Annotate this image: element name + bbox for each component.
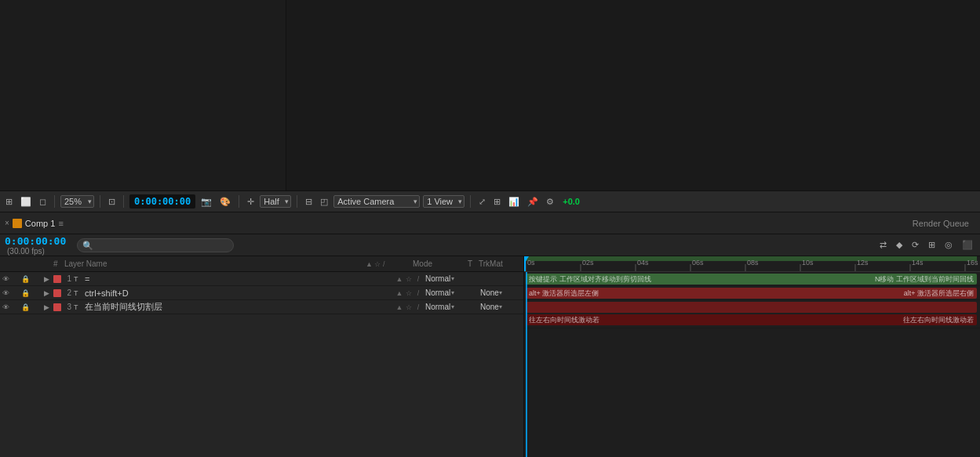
- layer-3-shy[interactable]: [30, 300, 41, 314]
- layer-3-lock[interactable]: 🔒: [20, 300, 30, 314]
- layer-3-mode-dropdown[interactable]: Normal ▾: [425, 303, 471, 311]
- playhead-head: [524, 256, 529, 263]
- expand-view-button[interactable]: ⤢: [476, 196, 488, 208]
- crosshair-button[interactable]: ✛: [245, 196, 257, 208]
- track-bar-3-bottom: 往左右向时间线激动若 往左右向时间线激动若: [526, 314, 977, 325]
- svg-text:08s: 08s: [747, 259, 759, 267]
- col-switches: ▲ ☆ /: [366, 260, 413, 268]
- timeline-transfer-button[interactable]: ⇄: [877, 239, 889, 251]
- timeline-body: # Layer Name ▲ ☆ / Mode T TrkMat: [0, 256, 980, 457]
- comp-tab-close[interactable]: ×: [5, 219, 9, 227]
- fit-button[interactable]: ⊟: [303, 196, 315, 208]
- track-bar-2-text-left: alt+ 激活器所选层左侧: [526, 288, 602, 299]
- camera-wrapper[interactable]: Active Camera: [333, 195, 420, 208]
- track-bar-2-text-right: alt+ 激活器所选层右侧: [901, 288, 977, 299]
- layer-row[interactable]: 👁 🔒 ▶ 3 T 在当前时间线切割层 ▲ ☆ / Normal ▾: [0, 300, 523, 314]
- svg-text:12s: 12s: [857, 259, 869, 267]
- layer-2-mode-arrow: ▾: [451, 289, 454, 296]
- views-dropdown[interactable]: 1 View: [423, 195, 464, 208]
- viewer-timecode[interactable]: 0:00:00:00: [129, 194, 195, 209]
- layer-1-name: =: [83, 274, 392, 284]
- render-queue-tab[interactable]: Render Queue: [906, 217, 975, 230]
- safe-zones-button[interactable]: ◰: [318, 196, 330, 208]
- comp-tab-icon: [13, 219, 22, 228]
- layer-3-trk-area[interactable]: None ▾: [480, 303, 523, 311]
- layer-2-expand[interactable]: ▶: [41, 289, 52, 297]
- layer-2-trk-area[interactable]: None ▾: [480, 288, 523, 297]
- layer-row[interactable]: 👁 🔒 ▶ 1 T = ▲ ☆ / Normal ▾: [0, 272, 523, 286]
- viewer-toggle-button[interactable]: ⬜: [18, 196, 34, 208]
- color-button[interactable]: 🎨: [217, 196, 233, 208]
- track-row-2: alt+ 激活器所选层左侧 alt+ 激活器所选层右侧: [524, 286, 980, 300]
- layer-1-shy[interactable]: [30, 272, 41, 286]
- timeline-snap-button[interactable]: ⊞: [926, 239, 938, 251]
- layer-3-expand[interactable]: ▶: [41, 303, 52, 311]
- layer-1-sw2[interactable]: ☆: [405, 275, 413, 283]
- layer-1-visibility[interactable]: 👁: [0, 272, 11, 286]
- timeline-keyframe-button[interactable]: ◆: [894, 239, 905, 251]
- timeline-loop-button[interactable]: ⟳: [909, 239, 921, 251]
- snap-grid-button[interactable]: ⊞: [491, 196, 503, 208]
- layer-name-header-label: Layer Name: [64, 259, 107, 268]
- offset-display: +0.0: [563, 197, 580, 206]
- quality-dropdown[interactable]: Half: [260, 195, 291, 208]
- layer-1-mode-dropdown[interactable]: Normal ▾: [425, 274, 471, 283]
- layer-2-type: T: [74, 289, 83, 297]
- layer-1-lock[interactable]: 🔒: [20, 272, 30, 286]
- timeline-mask-button[interactable]: ◎: [942, 239, 955, 251]
- svg-text:04s: 04s: [637, 259, 649, 267]
- comp-tab-label[interactable]: Comp 1: [25, 219, 56, 228]
- settings-button[interactable]: ⚙: [544, 196, 556, 208]
- svg-text:16s: 16s: [967, 259, 978, 267]
- svg-text:10s: 10s: [802, 259, 814, 267]
- layer-3-visibility[interactable]: 👁: [0, 300, 11, 314]
- layer-2-solo[interactable]: [11, 286, 20, 300]
- layer-3-solo[interactable]: [11, 300, 20, 314]
- layer-3-sw1[interactable]: ▲: [395, 303, 403, 311]
- layer-3-sw2[interactable]: ☆: [405, 303, 413, 311]
- layer-2-sw3[interactable]: /: [414, 289, 422, 297]
- track-bar-3-text-sub-left: 往左右向时间线激动若: [526, 315, 603, 325]
- layer-2-mode-dropdown[interactable]: Normal ▾: [425, 288, 471, 297]
- layer-3-name: 在当前时间线切割层: [83, 301, 392, 313]
- layer-list: # Layer Name ▲ ☆ / Mode T TrkMat: [0, 256, 524, 457]
- layer-2-sw1[interactable]: ▲: [395, 289, 403, 297]
- pin-button[interactable]: 📌: [525, 196, 541, 208]
- layer-2-lock[interactable]: 🔒: [20, 286, 30, 300]
- track-row-1: 按键提示 工作区域对齐移动到剪切回线 N移动 工作区域到当前时间回线: [524, 272, 980, 286]
- layer-2-shy[interactable]: [30, 286, 41, 300]
- layer-1-sw1[interactable]: ▲: [395, 275, 403, 283]
- preview-viewport: [286, 0, 980, 190]
- wireframe-button[interactable]: ◻: [37, 196, 49, 208]
- timeline-motion-button[interactable]: ⬛: [960, 239, 975, 251]
- layer-3-color: [53, 303, 61, 311]
- layer-search-input[interactable]: [77, 238, 234, 252]
- camera-dropdown[interactable]: Active Camera: [333, 195, 420, 208]
- camera-capture-button[interactable]: 📷: [199, 196, 214, 208]
- grid-toggle-button[interactable]: ⊞: [3, 196, 15, 208]
- timeline-panel: × Comp 1 ≡ Render Queue 0:00:00:00 (30.0…: [0, 212, 980, 457]
- snap-button[interactable]: ⊡: [106, 196, 118, 208]
- layer-1-solo[interactable]: [11, 272, 20, 286]
- layer-1-sw3[interactable]: /: [414, 275, 422, 283]
- layer-3-switches: ▲ ☆ /: [392, 303, 425, 311]
- timecode-display[interactable]: 0:00:00:00 (30.00 fps): [5, 235, 66, 256]
- playhead-track-line: [526, 272, 527, 457]
- layer-2-sw2[interactable]: ☆: [405, 289, 413, 297]
- layer-1-expand[interactable]: ▶: [41, 275, 52, 283]
- layer-3-sw3[interactable]: /: [414, 303, 422, 311]
- layer-2-visibility[interactable]: 👁: [0, 286, 11, 300]
- col-trk-header: TrkMat: [479, 259, 522, 268]
- layer-1-color: [53, 275, 61, 283]
- zoom-wrapper[interactable]: 25%: [60, 195, 94, 208]
- layer-2-color: [53, 289, 61, 297]
- comp-tab-menu-icon[interactable]: ≡: [58, 219, 63, 228]
- layer-row[interactable]: 👁 🔒 ▶ 2 T ctrl+shift+D ▲ ☆ / Normal ▾: [0, 286, 523, 300]
- quality-wrapper[interactable]: Half: [260, 195, 291, 208]
- playhead[interactable]: [524, 256, 526, 271]
- zoom-dropdown[interactable]: 25%: [60, 195, 94, 208]
- toolbar-sep-6: [470, 195, 471, 208]
- chart-button[interactable]: 📊: [506, 196, 522, 208]
- views-wrapper[interactable]: 1 View: [423, 195, 464, 208]
- timeline-ruler[interactable]: 0s 02s 04s 06s 08s 10s: [524, 256, 980, 272]
